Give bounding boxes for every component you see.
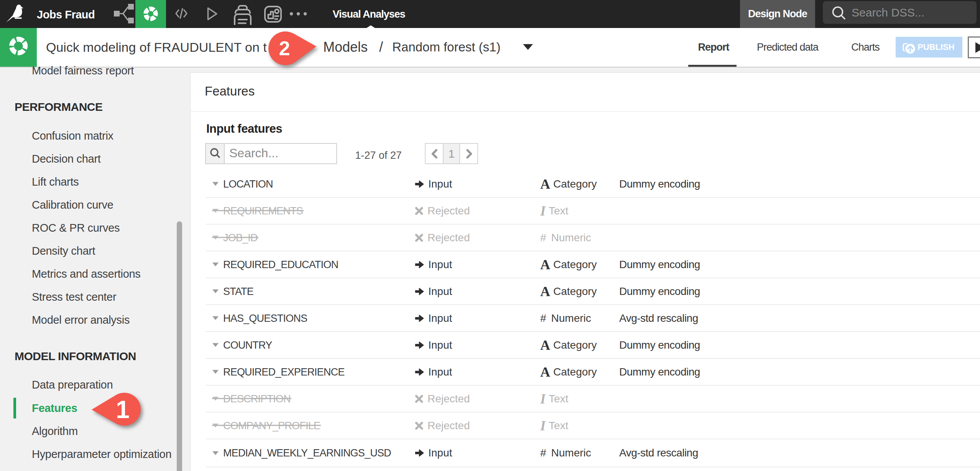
svg-text:2: 2 <box>279 37 290 59</box>
svg-text:1: 1 <box>116 396 130 423</box>
